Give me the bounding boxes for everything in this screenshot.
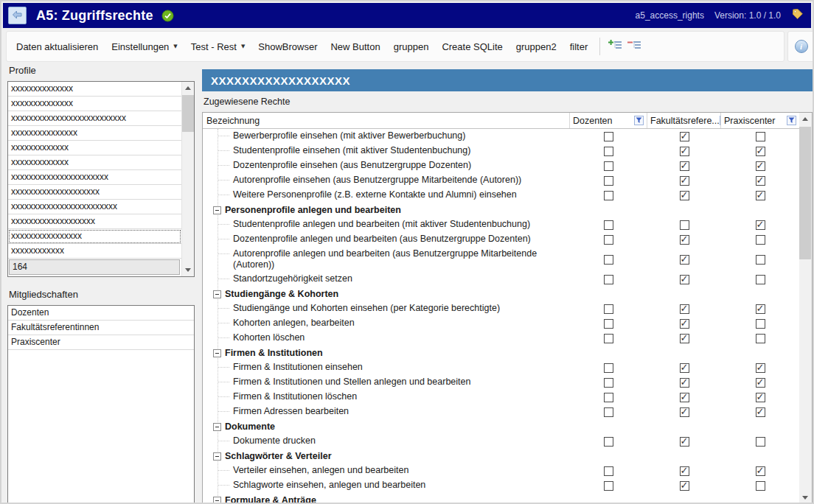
checkbox-fakultaetsreferentinnen[interactable] (680, 334, 689, 343)
checkbox-dozenten[interactable] (604, 466, 613, 476)
checkbox-fakultaetsreferentinnen[interactable] (680, 363, 689, 373)
checkbox-dozenten[interactable] (604, 235, 613, 245)
checkbox-dozenten[interactable] (604, 255, 613, 265)
profile-list-item[interactable]: xxxxxxxxxxxxxxxxxxx (8, 214, 181, 229)
column-header-praxiscenter[interactable]: Praxiscenter (721, 113, 799, 128)
checkbox-fakultaetsreferentinnen[interactable] (680, 191, 689, 200)
checkbox-praxiscenter[interactable] (756, 255, 765, 265)
checkbox-dozenten[interactable] (604, 481, 613, 491)
profile-list-item[interactable]: xxxxxxxxxxxxxxx (8, 126, 181, 141)
filter-icon[interactable] (634, 116, 644, 125)
column-header-fakultaetsreferentinnen[interactable]: Fakultätsrefere... (647, 113, 721, 128)
checkbox-fakultaetsreferentinnen[interactable] (680, 378, 689, 388)
checkbox-praxiscenter[interactable] (756, 304, 765, 314)
checkbox-dozenten[interactable] (604, 319, 613, 329)
checkbox-praxiscenter[interactable] (756, 393, 765, 402)
membership-list-item-fakultätsreferentinnen[interactable]: Fakultätsreferentinnen (8, 321, 194, 335)
checkbox-dozenten[interactable] (604, 334, 613, 343)
checkbox-praxiscenter[interactable] (756, 176, 765, 186)
checkbox-dozenten[interactable] (604, 437, 613, 447)
profile-list-item[interactable]: xxxxxxxxxxxx (8, 244, 181, 259)
checkbox-dozenten[interactable] (604, 161, 613, 171)
checkbox-praxiscenter[interactable] (756, 220, 765, 230)
checkbox-praxiscenter[interactable] (756, 437, 765, 447)
toolbar-button-daten-aktualisieren[interactable]: Daten aktualisieren (10, 37, 105, 57)
membership-list-item-praxiscenter[interactable]: Praxiscenter (8, 335, 194, 350)
scrollbar-thumb[interactable] (799, 127, 811, 259)
profile-list-item[interactable]: xxxxxxxxxxxxxxxxxxxxxxxx (8, 200, 181, 214)
checkbox-fakultaetsreferentinnen[interactable] (680, 161, 689, 171)
scroll-up-icon[interactable] (799, 113, 811, 125)
checkbox-dozenten[interactable] (604, 176, 613, 186)
scroll-up-icon[interactable] (182, 82, 194, 94)
scroll-down-icon[interactable] (182, 264, 194, 276)
add-filter-button[interactable] (605, 38, 625, 55)
toolbar-button-test-rest[interactable]: Test - Rest▼ (184, 37, 252, 57)
info-button[interactable]: i (787, 31, 814, 62)
profile-scrollbar[interactable] (181, 82, 194, 276)
profile-list-item[interactable]: xxxxxxxxxxxxx (8, 155, 181, 170)
checkbox-praxiscenter[interactable] (756, 319, 765, 329)
filter-icon[interactable] (787, 116, 796, 125)
remove-filter-button[interactable] (625, 38, 644, 55)
checkbox-dozenten[interactable] (604, 275, 613, 284)
checkbox-praxiscenter[interactable] (756, 466, 765, 476)
column-header-dozenten[interactable]: Dozenten (570, 113, 647, 128)
checkbox-praxiscenter[interactable] (756, 481, 765, 491)
checkbox-dozenten[interactable] (604, 378, 613, 388)
column-header-bezeichnung[interactable]: Bezeichnung (203, 113, 570, 128)
checkbox-fakultaetsreferentinnen[interactable] (680, 407, 689, 417)
checkbox-fakultaetsreferentinnen[interactable] (680, 235, 689, 245)
checkbox-dozenten[interactable] (604, 393, 613, 402)
toolbar-button-filter[interactable]: filter (563, 37, 595, 57)
checkbox-praxiscenter[interactable] (756, 363, 765, 373)
checkbox-praxiscenter[interactable] (756, 378, 765, 388)
checkbox-fakultaetsreferentinnen[interactable] (680, 319, 689, 329)
checkbox-fakultaetsreferentinnen[interactable] (680, 393, 689, 402)
checkbox-dozenten[interactable] (604, 407, 613, 417)
checkbox-fakultaetsreferentinnen[interactable] (680, 437, 689, 447)
checkbox-fakultaetsreferentinnen[interactable] (680, 304, 689, 314)
checkbox-praxiscenter[interactable] (756, 407, 765, 417)
membership-list-item-dozenten[interactable]: Dozenten (8, 306, 194, 321)
checkbox-praxiscenter[interactable] (756, 275, 765, 284)
table-scrollbar[interactable] (799, 113, 812, 504)
profile-list-item[interactable]: xxxxxxxxxxxxxxxxxxxx (8, 185, 181, 200)
toolbar-button-new-button[interactable]: New Button (324, 37, 386, 57)
profile-list-item[interactable]: xxxxxxxxxxxxxxxxxxxxxxxxxx (8, 111, 181, 126)
toolbar-button-gruppen2[interactable]: gruppen2 (509, 37, 563, 57)
checkbox-praxiscenter[interactable] (756, 132, 765, 141)
checkbox-praxiscenter[interactable] (756, 334, 765, 343)
toolbar-button-einstellungen[interactable]: Einstellungen▼ (105, 37, 184, 57)
checkbox-fakultaetsreferentinnen[interactable] (680, 481, 689, 491)
checkbox-praxiscenter[interactable] (756, 147, 765, 156)
scroll-down-icon[interactable] (799, 491, 811, 504)
profile-list-item[interactable]: xxxxxxxxxxxxxxxx (8, 229, 181, 244)
profile-list-item[interactable]: xxxxxxxxxxxxxx (8, 82, 181, 97)
checkbox-praxiscenter[interactable] (756, 235, 765, 245)
checkbox-dozenten[interactable] (604, 191, 613, 200)
checkbox-fakultaetsreferentinnen[interactable] (680, 132, 689, 141)
profile-list-item[interactable]: xxxxxxxxxxxxxxxxxxxxxx (8, 170, 181, 185)
checkbox-fakultaetsreferentinnen[interactable] (680, 176, 689, 186)
checkbox-dozenten[interactable] (604, 363, 613, 373)
profile-list-item[interactable]: xxxxxxxxxxxxx (8, 141, 181, 155)
back-button[interactable] (8, 7, 27, 24)
checkbox-fakultaetsreferentinnen[interactable] (680, 255, 689, 265)
toolbar-button-create-sqlite[interactable]: Create SQLite (435, 37, 509, 57)
checkbox-fakultaetsreferentinnen[interactable] (680, 466, 689, 476)
checkbox-dozenten[interactable] (604, 132, 613, 141)
checkbox-praxiscenter[interactable] (756, 191, 765, 200)
checkbox-fakultaetsreferentinnen[interactable] (680, 147, 689, 156)
checkbox-fakultaetsreferentinnen[interactable] (680, 275, 689, 284)
scrollbar-thumb[interactable] (182, 95, 194, 132)
checkbox-dozenten[interactable] (604, 147, 613, 156)
checkbox-dozenten[interactable] (604, 220, 613, 230)
checkbox-dozenten[interactable] (604, 304, 613, 314)
checkbox-fakultaetsreferentinnen[interactable] (680, 220, 689, 230)
toolbar-button-gruppen[interactable]: gruppen (387, 37, 436, 57)
tag-icon[interactable] (791, 8, 804, 24)
checkbox-praxiscenter[interactable] (756, 161, 765, 171)
profile-list-item[interactable]: xxxxxxxxxxxxxx (8, 97, 181, 111)
toolbar-button-showbrowser[interactable]: ShowBrowser (251, 37, 324, 57)
